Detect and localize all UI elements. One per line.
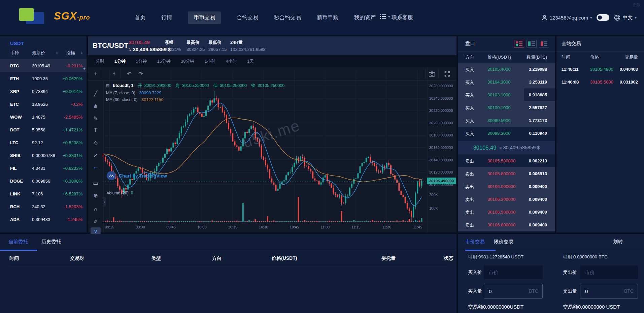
crosshair-icon[interactable]: ＋ bbox=[89, 69, 102, 79]
ruler-icon[interactable]: ▭ bbox=[88, 178, 103, 188]
quote-tab-usdt[interactable]: USDT bbox=[10, 40, 24, 46]
interval-1h[interactable]: 1小时 bbox=[204, 58, 215, 64]
watchlist-row-eth[interactable]: ETH1909.35+0.0629% bbox=[0, 72, 87, 85]
magnet-icon[interactable]: ∩ bbox=[88, 204, 103, 214]
interval-time-share[interactable]: 分时 bbox=[96, 58, 104, 64]
trades-panel: 全站交易 时间 价格 交易量 11:46:1130105.49000.04040… bbox=[556, 36, 644, 232]
svg-text:200K: 200K bbox=[429, 193, 438, 197]
orderbook-bid-row[interactable]: 买入30103.10000.918685 bbox=[458, 88, 555, 101]
tab-market-trade[interactable]: 市价交易 bbox=[465, 239, 485, 245]
tab-current-orders[interactable]: 当前委托 bbox=[8, 239, 28, 245]
zoom-in-icon[interactable]: ⊕ bbox=[88, 190, 103, 200]
nav-item-markets[interactable]: 行情 bbox=[161, 11, 172, 24]
interval-30m[interactable]: 30分钟 bbox=[181, 58, 194, 64]
orderbook-ask-row[interactable]: 卖出30106.5000000.009400 bbox=[458, 206, 555, 218]
coin-change: +0.3808% bbox=[63, 179, 82, 184]
nav-item-home[interactable]: 首页 bbox=[135, 11, 145, 24]
order-qty: 0.009400 bbox=[529, 222, 547, 227]
buy-amount-label: 买入量 bbox=[468, 288, 482, 294]
brand-logo[interactable]: SGX-pro bbox=[19, 8, 117, 27]
pitchfork-icon[interactable]: ⋔ bbox=[88, 101, 103, 111]
watchlist-row-ada[interactable]: ADA0.309433-1.245% bbox=[0, 213, 87, 226]
nav-item-assets[interactable]: 我的资产 bbox=[354, 11, 376, 24]
orderbook-bid-row[interactable]: 买入30100.10002.557827 bbox=[458, 101, 555, 114]
fullscreen-icon[interactable] bbox=[441, 69, 453, 79]
orderbook-ask-row[interactable]: 卖出30106.0000000.009400 bbox=[458, 180, 555, 193]
undo-icon[interactable]: ↶ bbox=[123, 69, 136, 79]
orderbook-bid-row[interactable]: 买入30104.30003.253119 bbox=[458, 75, 555, 88]
redo-icon[interactable]: ↷ bbox=[134, 69, 147, 79]
coin-symbol: WOW bbox=[10, 115, 22, 120]
trend-line-icon[interactable]: ╱ bbox=[88, 88, 103, 98]
watchlist-row-dot[interactable]: DOT5.3558+1.4721% bbox=[0, 123, 87, 136]
sidebar-collapse-icon[interactable]: ◆ bbox=[83, 67, 86, 70]
brush-icon[interactable]: ✎ bbox=[88, 113, 103, 123]
coin-symbol: BTC bbox=[10, 63, 19, 68]
view-both-icon[interactable] bbox=[514, 40, 524, 48]
interval-5m[interactable]: 5分钟 bbox=[136, 58, 147, 64]
watchlist-row-btc[interactable]: BTC30105.49-0.231% bbox=[0, 59, 87, 72]
nav-item-new-coin[interactable]: 新币申购 bbox=[317, 11, 338, 24]
forecast-icon[interactable]: ↗ bbox=[88, 150, 103, 160]
orderbook-ask-row[interactable]: 卖出30105.8000000.006913 bbox=[458, 167, 555, 180]
sort-change-icon[interactable]: ▲▼ bbox=[81, 51, 83, 55]
shapes-icon[interactable]: ◇ bbox=[88, 137, 103, 148]
orderbook-ask-row[interactable]: 卖出30106.3000000.009400 bbox=[458, 193, 555, 206]
interval-1d[interactable]: 1天 bbox=[247, 58, 254, 64]
ma30-label: MA (30, close, 0) bbox=[106, 97, 138, 102]
more-menu-button[interactable]: ▾ bbox=[380, 14, 390, 19]
orderbook-ask-row[interactable]: 卖出30106.8000000.009400 bbox=[458, 218, 555, 231]
orderbook-bid-row[interactable]: 买入30105.40003.219088 bbox=[458, 63, 555, 75]
transfer-link[interactable]: 划转 bbox=[613, 239, 623, 245]
coin-symbol: LTC bbox=[10, 140, 18, 145]
coin-symbol: BCH bbox=[10, 204, 20, 209]
coin-price: 30105.49 bbox=[32, 63, 50, 68]
watchlist-row-bch[interactable]: BCH240.32-1.5203% bbox=[0, 200, 87, 213]
nav-item-support[interactable]: 联系客服 bbox=[392, 11, 413, 24]
watchlist-row-doge[interactable]: DOGE0.069856+0.3808% bbox=[0, 175, 87, 187]
sell-price-input[interactable] bbox=[580, 265, 638, 279]
language-selector[interactable]: 中文 ▾ bbox=[614, 14, 637, 21]
watchlist-row-link[interactable]: LINK7.106+6.5287% bbox=[0, 187, 87, 200]
watchlist-row-etc[interactable]: ETC18.9626-0.2% bbox=[0, 98, 87, 111]
sort-price-icon[interactable]: ▲▼ bbox=[56, 51, 58, 55]
mid-price: 30105.49 bbox=[473, 145, 497, 151]
order-qty: 0.918685 bbox=[529, 92, 547, 97]
svg-text:11:00: 11:00 bbox=[320, 225, 330, 229]
watchlist-row-shib[interactable]: SHIB0.00000786+0.3831% bbox=[0, 149, 87, 162]
orderbook-bid-row[interactable]: 买入30098.30000.110940 bbox=[458, 127, 555, 139]
account-menu[interactable]: 123456@qq.com ▾ bbox=[542, 15, 592, 21]
view-bids-icon[interactable] bbox=[527, 40, 537, 48]
interval-15m[interactable]: 15分钟 bbox=[157, 58, 170, 64]
tab-history-orders[interactable]: 历史委托 bbox=[41, 239, 61, 245]
svg-text:11:30: 11:30 bbox=[382, 225, 391, 229]
text-tool-icon[interactable]: T bbox=[88, 125, 103, 135]
volume-value: 0 bbox=[131, 191, 133, 195]
side-label: 卖出 bbox=[465, 222, 474, 228]
interval-4h[interactable]: 4小时 bbox=[226, 58, 237, 64]
nav-item-spot[interactable]: 币币交易 bbox=[188, 11, 221, 24]
tradingview-credit[interactable]: Chart by TradingView bbox=[107, 171, 167, 180]
watchlist-row-fil[interactable]: FIL4.3431+0.6232% bbox=[0, 162, 87, 175]
theme-toggle[interactable] bbox=[597, 14, 609, 21]
pane-collapse-handle[interactable]: ‹ bbox=[103, 197, 106, 207]
back-arrow-icon[interactable]: ← bbox=[88, 162, 103, 172]
interval-1m[interactable]: 1分钟 bbox=[114, 58, 126, 64]
legend-collapse-icon[interactable]: ⊟ bbox=[106, 83, 109, 88]
watchlist-row-xrp[interactable]: XRP0.73894+0.0014% bbox=[0, 85, 87, 98]
buy-price-input[interactable] bbox=[484, 265, 543, 279]
draw-lock-icon[interactable]: ✐ bbox=[88, 216, 103, 226]
orderbook-ask-row[interactable]: 卖出30105.5000000.002213 bbox=[458, 154, 555, 167]
watchlist-row-wow[interactable]: WOW1.4875-2.5485% bbox=[0, 111, 87, 123]
nav-item-second-contracts[interactable]: 秒合约交易 bbox=[274, 11, 301, 24]
tab-limit-trade[interactable]: 限价交易 bbox=[494, 239, 513, 245]
coin-symbol: ETC bbox=[10, 102, 19, 107]
chart-container[interactable]: 09:1509:3009:4510:0010:1510:3010:4511:00… bbox=[88, 67, 456, 232]
candle-style-icon[interactable]: ⑁ bbox=[107, 69, 121, 79]
watchlist-row-ltc[interactable]: LTC92.12+0.5238% bbox=[0, 136, 87, 149]
view-asks-icon[interactable] bbox=[539, 40, 549, 48]
screenshot-icon[interactable] bbox=[425, 69, 439, 79]
globe-icon bbox=[614, 14, 620, 21]
nav-item-contracts[interactable]: 合约交易 bbox=[237, 11, 258, 24]
orderbook-bid-row[interactable]: 买入30099.50001.773173 bbox=[458, 114, 555, 127]
